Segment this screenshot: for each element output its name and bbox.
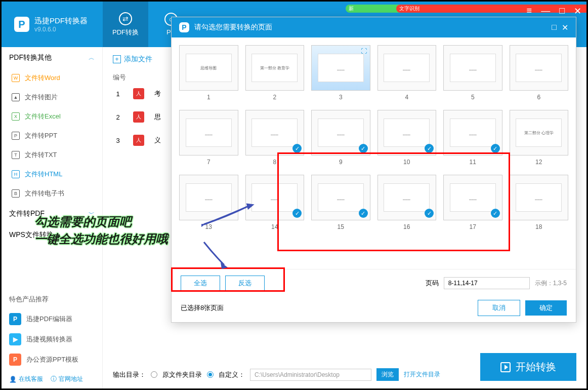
page-range-label: 页码 [426,279,439,288]
page-number: 17 [470,223,476,230]
page-thumb-9[interactable]: ⎯⎯⎯✓9 [311,110,370,166]
thumb-box: ⎯⎯⎯✓ [245,175,305,220]
modal-footer: 全选 反选 页码 示例：1,3-5 已选择8张页面 取消 确定 [172,269,576,322]
modal-close-icon[interactable]: ✕ [562,23,568,32]
pdf-icon: 人 [133,111,144,123]
thumb-box: ⎯⎯⎯✓ [443,175,502,220]
check-icon: ✓ [491,144,500,153]
online-service-link[interactable]: 👤 在线客服 [9,375,43,383]
sidebar-item-0[interactable]: W文件转Word [2,68,102,88]
sidebar-item-2[interactable]: X文件转Excel [2,107,102,126]
recommend-icon: P [9,313,21,325]
page-thumb-5[interactable]: ⎯⎯⎯5 [443,45,502,101]
sidebar-item-4[interactable]: T文件转TXT [2,145,102,165]
page-thumb-11[interactable]: ⎯⎯⎯✓11 [443,110,502,166]
modal-body: 思维导图1第一部分 教育学2⎯⎯⎯⛶3⎯⎯⎯4⎯⎯⎯5⎯⎯⎯6⎯⎯⎯7⎯⎯⎯✓8… [172,37,576,269]
page-thumb-16[interactable]: ⎯⎯⎯✓16 [377,175,437,230]
radio-original-dir[interactable] [151,371,157,378]
page-thumb-18[interactable]: ⎯⎯⎯18 [510,175,569,230]
recommend-icon: P [9,354,21,366]
sidebar-item-3[interactable]: P文件转PPT [2,126,102,145]
thumb-box: ⎯⎯⎯ [510,45,569,91]
page-grid: 思维导图1第一部分 教育学2⎯⎯⎯⛶3⎯⎯⎯4⎯⎯⎯5⎯⎯⎯6⎯⎯⎯7⎯⎯⎯✓8… [179,45,568,230]
thumb-box: ⎯⎯⎯✓ [377,175,437,220]
thumb-box: 思维导图 [179,45,238,91]
page-thumb-7[interactable]: ⎯⎯⎯7 [179,110,238,166]
thumb-box: ⎯⎯⎯⛶ [311,45,370,91]
page-thumb-6[interactable]: ⎯⎯⎯6 [510,45,569,101]
confirm-button[interactable]: 确定 [525,300,567,316]
check-icon: ✓ [491,209,500,218]
browse-button[interactable]: 浏览 [376,368,399,381]
page-thumb-3[interactable]: ⎯⎯⎯⛶3 [311,45,370,101]
close-icon[interactable]: ✕ [574,6,581,17]
app-version: v9.0.6.0 [34,26,88,33]
sidebar-section-file-to-pdf[interactable]: 文件转PDF ﹀ [2,203,102,224]
output-bar: 输出目录： 原文件夹目录 自定义： 浏览 打开文件目录 开始转换 [113,368,576,381]
play-icon [500,362,511,372]
cancel-button[interactable]: 取消 [478,300,520,316]
thumb-box: ⎯⎯⎯ [179,175,238,220]
page-thumb-15[interactable]: ⎯⎯⎯✓15 [311,175,370,230]
page-thumb-14[interactable]: ⎯⎯⎯✓14 [245,175,305,230]
page-number: 6 [537,94,540,101]
thumb-box: ⎯⎯⎯ [443,45,502,91]
modal-logo-icon: P [179,22,189,32]
logo-area: P 迅捷PDF转换器 v9.0.6.0 [2,2,103,47]
pdf-icon: 人 [133,88,144,99]
page-number: 1 [207,94,211,101]
sidebar-section-pdf-to-other[interactable]: PDF转换其他 ︿ [2,47,102,68]
invert-select-button[interactable]: 反选 [225,276,265,291]
page-number: 8 [273,159,276,166]
page-thumb-4[interactable]: ⎯⎯⎯4 [377,45,437,101]
check-icon: ✓ [359,144,368,153]
maximize-icon[interactable]: □ [559,6,565,17]
modal-maximize-icon[interactable]: □ [552,23,557,32]
select-all-button[interactable]: 全选 [181,276,220,291]
start-convert-button[interactable]: 开始转换 [480,353,576,381]
recommend-item-2[interactable]: P办公资源PPT模板 [2,349,102,370]
menu-icon[interactable]: ≡ [527,6,532,17]
recommend-item-0[interactable]: P迅捷PDF编辑器 [2,309,102,329]
file-type-icon: X [12,112,20,121]
thumb-box: ⎯⎯⎯✓ [443,110,502,155]
thumb-box: 第二部分 心理学 [510,110,569,155]
output-label: 输出目录： [113,370,146,379]
page-number: 4 [405,94,408,101]
page-number: 3 [339,94,343,101]
page-thumb-13[interactable]: ⎯⎯⎯13 [179,175,238,230]
sidebar-section-wps[interactable]: WPS文件转换 ﹀ [2,224,102,246]
check-icon: ✓ [292,144,302,153]
sidebar-item-5[interactable]: H文件转HTML [2,165,102,184]
thumb-box: ⎯⎯⎯ [179,110,238,155]
page-number: 5 [471,94,475,101]
page-number: 2 [273,94,276,101]
sidebar-item-6[interactable]: B文件转电子书 [2,184,102,203]
page-number: 13 [205,223,212,230]
check-icon: ✓ [359,209,368,218]
minimize-icon[interactable]: — [541,6,550,17]
recommend-item-1[interactable]: ▶迅捷视频转换器 [2,329,102,349]
output-path-input[interactable] [250,369,371,381]
page-thumb-1[interactable]: 思维导图1 [179,45,238,101]
page-range-input[interactable] [444,277,530,289]
radio-custom-dir[interactable] [207,371,214,378]
official-site-link[interactable]: ⓘ 官网地址 [51,375,83,383]
page-thumb-2[interactable]: 第一部分 教育学2 [245,45,305,101]
sidebar-item-1[interactable]: ▲文件转图片 [2,88,102,107]
open-dir-link[interactable]: 打开文件目录 [404,370,440,379]
tab-pdf-convert[interactable]: ⇄ PDF转换 [103,2,148,47]
chevron-down-icon: ﹀ [89,231,95,240]
app-logo-icon: P [14,17,29,32]
file-type-icon: H [12,170,20,178]
page-thumb-12[interactable]: 第二部分 心理学12 [510,110,569,166]
thumb-box: ⎯⎯⎯✓ [377,110,437,155]
page-number: 15 [338,223,344,230]
thumb-box: 第一部分 教育学 [245,45,305,91]
page-thumb-10[interactable]: ⎯⎯⎯✓10 [377,110,437,166]
expand-icon[interactable]: ⛶ [360,48,368,56]
page-thumb-17[interactable]: ⎯⎯⎯✓17 [443,175,502,230]
page-thumb-8[interactable]: ⎯⎯⎯✓8 [245,110,305,166]
modal-title: 请勾选您需要转换的页面 [194,23,272,32]
page-number: 7 [207,159,211,166]
